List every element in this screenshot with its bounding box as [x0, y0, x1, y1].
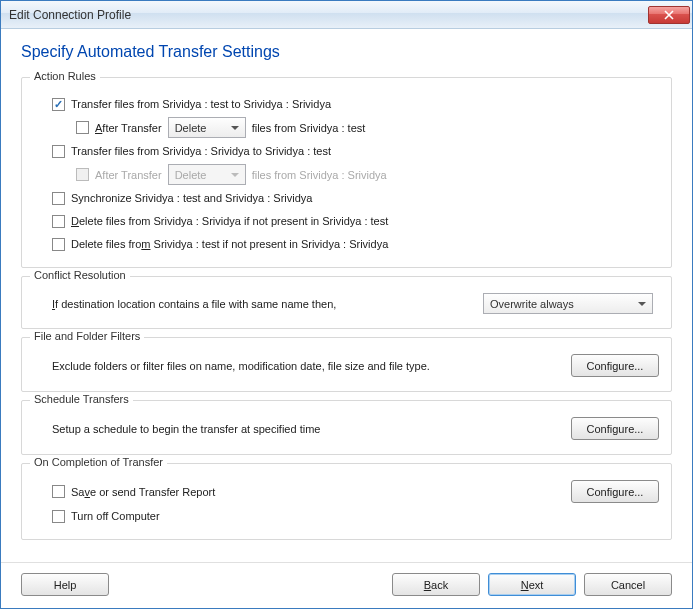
conflict-select-value: Overwrite always: [490, 298, 574, 310]
action-rules-group: Action Rules Transfer files from Srividy…: [21, 77, 672, 268]
completion-turnoff-label: Turn off Computer: [71, 510, 160, 522]
cancel-button[interactable]: Cancel: [584, 573, 672, 596]
rule-transfer-2-checkbox[interactable]: [52, 145, 65, 158]
schedule-label: Setup a schedule to begin the transfer a…: [52, 423, 320, 435]
completion-save-checkbox[interactable]: [52, 485, 65, 498]
rule-delete-2-label: Delete files from Srividya : test if not…: [71, 238, 388, 250]
rule-2-after-select-value: Delete: [175, 169, 207, 181]
completion-turnoff-checkbox[interactable]: [52, 510, 65, 523]
help-button[interactable]: Help: [21, 573, 109, 596]
schedule-configure-button[interactable]: Configure...: [571, 417, 659, 440]
rule-sync-label: Synchronize Srividya : test and Srividya…: [71, 192, 313, 204]
window-title: Edit Connection Profile: [9, 8, 648, 22]
filters-group: File and Folder Filters Exclude folders …: [21, 337, 672, 392]
rule-2-after-select: Delete: [168, 164, 246, 185]
rule-transfer-1-checkbox[interactable]: [52, 98, 65, 111]
conflict-row: If destination location contains a file …: [34, 293, 659, 314]
titlebar: Edit Connection Profile: [1, 1, 692, 29]
conflict-legend: Conflict Resolution: [30, 269, 130, 281]
rule-1-after-checkbox[interactable]: [76, 121, 89, 134]
rule-transfer-2-row: Transfer files from Srividya : Srividya …: [34, 141, 659, 161]
completion-turnoff-row: Turn off Computer: [34, 506, 659, 526]
rule-delete-2-row: Delete files from Srividya : test if not…: [34, 234, 659, 254]
conflict-label: If destination location contains a file …: [52, 298, 477, 310]
rule-1-after-select-value: Delete: [175, 122, 207, 134]
action-rules-legend: Action Rules: [30, 70, 100, 82]
completion-configure-button[interactable]: Configure...: [571, 480, 659, 503]
content-area: Specify Automated Transfer Settings Acti…: [1, 29, 692, 562]
rule-2-after-checkbox: [76, 168, 89, 181]
rule-transfer-2-label: Transfer files from Srividya : Srividya …: [71, 145, 331, 157]
schedule-group: Schedule Transfers Setup a schedule to b…: [21, 400, 672, 455]
footer: Help Back Next Cancel: [1, 562, 692, 608]
rule-delete-1-row: Delete files from Srividya : Srividya if…: [34, 211, 659, 231]
rule-1-after-select[interactable]: Delete: [168, 117, 246, 138]
completion-save-label: Save or send Transfer Report: [71, 486, 215, 498]
next-button[interactable]: Next: [488, 573, 576, 596]
schedule-legend: Schedule Transfers: [30, 393, 133, 405]
close-button[interactable]: [648, 6, 690, 24]
filters-row: Exclude folders or filter files on name,…: [34, 354, 659, 377]
rule-1-after-suffix: files from Srividya : test: [252, 122, 366, 134]
page-heading: Specify Automated Transfer Settings: [21, 43, 672, 61]
rule-2-after-row: After Transfer Delete files from Srividy…: [34, 164, 659, 185]
conflict-resolution-group: Conflict Resolution If destination locat…: [21, 276, 672, 329]
rule-transfer-1-label: Transfer files from Srividya : test to S…: [71, 98, 331, 110]
completion-save-row: Save or send Transfer Report Configure..…: [34, 480, 659, 503]
rule-sync-checkbox[interactable]: [52, 192, 65, 205]
rule-1-after-row: After Transfer Delete files from Srividy…: [34, 117, 659, 138]
rule-delete-2-checkbox[interactable]: [52, 238, 65, 251]
back-button[interactable]: Back: [392, 573, 480, 596]
rule-delete-1-checkbox[interactable]: [52, 215, 65, 228]
completion-legend: On Completion of Transfer: [30, 456, 167, 468]
rule-2-after-suffix: files from Srividya : Srividya: [252, 169, 387, 181]
rule-sync-row: Synchronize Srividya : test and Srividya…: [34, 188, 659, 208]
conflict-select[interactable]: Overwrite always: [483, 293, 653, 314]
filters-configure-button[interactable]: Configure...: [571, 354, 659, 377]
schedule-row: Setup a schedule to begin the transfer a…: [34, 417, 659, 440]
rule-transfer-1-row: Transfer files from Srividya : test to S…: [34, 94, 659, 114]
filters-label: Exclude folders or filter files on name,…: [52, 360, 430, 372]
filters-legend: File and Folder Filters: [30, 330, 144, 342]
dialog-window: Edit Connection Profile Specify Automate…: [0, 0, 693, 609]
rule-2-after-prefix: After Transfer: [95, 169, 162, 181]
rule-delete-1-label: Delete files from Srividya : Srividya if…: [71, 215, 388, 227]
completion-group: On Completion of Transfer Save or send T…: [21, 463, 672, 540]
close-icon: [664, 10, 674, 20]
rule-1-after-prefix: After Transfer: [95, 122, 162, 134]
